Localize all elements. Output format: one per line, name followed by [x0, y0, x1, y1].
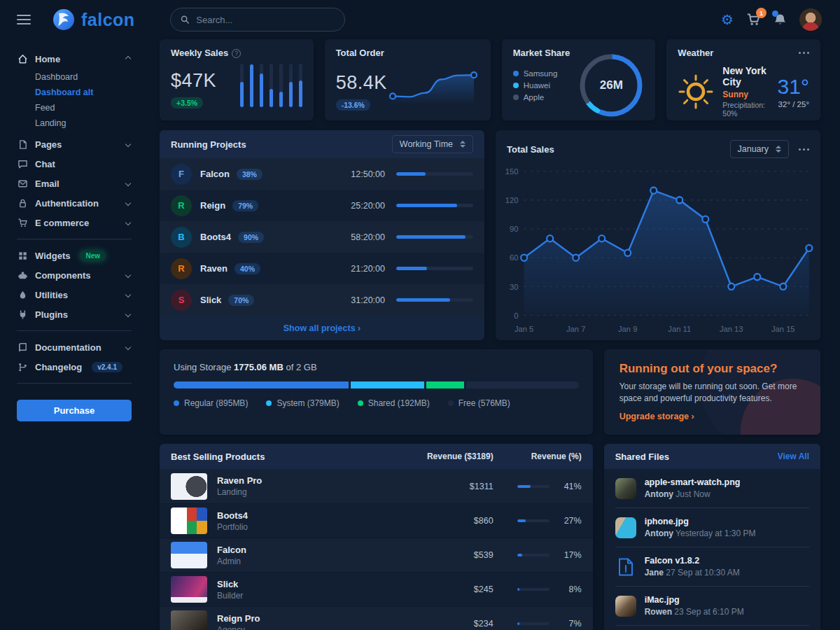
select-value: January: [738, 144, 769, 154]
sidebar-item-ecommerce[interactable]: E commerce: [17, 213, 132, 232]
legend-dot: [513, 94, 519, 100]
svg-text:Jan 5: Jan 5: [514, 324, 533, 332]
hamburger-menu-icon[interactable]: [17, 15, 31, 24]
product-category[interactable]: Builder: [217, 591, 243, 601]
project-row: R Raven40% 21:20:00: [160, 253, 484, 284]
chevron-down-icon: [125, 181, 131, 186]
product-name[interactable]: Slick: [217, 579, 243, 589]
weekly-sales-card: Weekly Sales? $47K +3.5%: [160, 39, 314, 120]
product-name[interactable]: Boots4: [217, 510, 248, 521]
project-time: 12:50:00: [342, 169, 385, 179]
product-category[interactable]: Agency: [217, 625, 260, 630]
gear-icon[interactable]: ⚙: [721, 13, 734, 27]
total-order-badge: -13.6%: [336, 99, 370, 111]
project-name[interactable]: Falcon: [200, 169, 230, 179]
product-percent: 41%: [550, 482, 582, 491]
percent-column-header: Revenue (%): [493, 451, 582, 461]
file-name[interactable]: apple-smart-watch.png: [645, 477, 741, 487]
file-name[interactable]: Falcon v1.8.2: [645, 556, 740, 566]
sidebar-item-pages[interactable]: Pages: [17, 134, 132, 154]
sidebar-item-label: Home: [35, 54, 60, 64]
sidebar-item-widgets[interactable]: Widgets New: [17, 246, 132, 265]
view-all-link[interactable]: View All: [778, 451, 809, 461]
card-menu-icon[interactable]: [799, 49, 809, 57]
show-all-projects-link[interactable]: Show all projects ›: [284, 323, 360, 333]
file-time: 23 Sep at 6:10 PM: [674, 607, 743, 617]
project-row: R Reign79% 25:20:00: [160, 190, 484, 221]
product-thumbnail: [171, 576, 207, 603]
weather-temperature: 31°: [778, 75, 809, 99]
month-select[interactable]: January: [730, 140, 789, 158]
project-name[interactable]: Reign: [200, 200, 225, 211]
sort-arrows-icon: [776, 146, 781, 153]
product-revenue: $539: [388, 550, 493, 560]
file-name[interactable]: iphone.jpg: [645, 517, 756, 526]
brand-logo[interactable]: falcon: [52, 8, 135, 31]
legend-dot: [358, 400, 363, 406]
sidebar-item-label: Widgets: [35, 251, 70, 261]
user-avatar[interactable]: [799, 8, 822, 31]
search-bar[interactable]: [170, 8, 345, 31]
product-thumbnail: [171, 542, 207, 568]
card-title: Weekly Sales: [171, 48, 228, 58]
project-name[interactable]: Boots4: [200, 232, 231, 242]
file-user: Antony: [645, 528, 673, 538]
project-name[interactable]: Slick: [200, 295, 221, 305]
pages-icon: [17, 139, 28, 150]
list-item: Falcon v1.8.2 Jane 27 Sep at 10:30 AM: [615, 547, 809, 587]
project-name[interactable]: Raven: [200, 263, 227, 274]
market-share-card: Market Share Samsung Huawei Apple: [502, 39, 656, 120]
sidebar-item-chat[interactable]: Chat: [17, 154, 132, 174]
navbar-actions: ⚙ 1: [721, 8, 822, 31]
legend-item: Free (576MB): [448, 398, 510, 408]
upgrade-storage-link[interactable]: Upgrade storage ›: [620, 412, 694, 421]
total-order-card: Total Order 58.4K -13.6%: [325, 39, 491, 120]
product-thumbnail: [171, 507, 207, 534]
card-title: Total Order: [336, 48, 384, 58]
product-category[interactable]: Landing: [217, 487, 262, 497]
file-time: 27 Sep at 10:30 AM: [666, 568, 739, 578]
product-percent: 8%: [550, 584, 582, 594]
project-progress-bar: [396, 298, 473, 302]
sidebar-divider: [17, 383, 132, 384]
svg-text:0: 0: [514, 312, 518, 320]
sidebar-item-changelog[interactable]: Changelog v2.4.1: [17, 357, 132, 377]
product-name[interactable]: Raven Pro: [217, 475, 262, 486]
sidebar-item-authentication[interactable]: Authentication: [17, 193, 132, 213]
cart-button[interactable]: 1: [746, 13, 761, 27]
purchase-button[interactable]: Purchase: [17, 400, 132, 421]
product-category[interactable]: Portfolio: [217, 522, 248, 532]
project-percent-badge: 38%: [237, 169, 262, 180]
sidebar-item-dashboard[interactable]: Dashboard: [35, 70, 132, 84]
svg-text:30: 30: [510, 282, 518, 290]
sidebar-item-email[interactable]: Email: [17, 174, 132, 193]
card-menu-icon[interactable]: [799, 146, 809, 153]
sidebar-item-dashboard-alt[interactable]: Dashboard alt: [35, 85, 132, 99]
sidebar-item-utilities[interactable]: Utilities: [17, 285, 132, 304]
product-name[interactable]: Reign Pro: [217, 613, 260, 624]
sidebar-item-plugins[interactable]: Plugins: [17, 304, 132, 324]
project-percent-badge: 40%: [234, 263, 260, 274]
sidebar-item-landing[interactable]: Landing: [35, 116, 132, 130]
chat-icon: [17, 159, 28, 169]
notifications-button[interactable]: [774, 13, 787, 27]
version-badge: v2.4.1: [92, 362, 122, 372]
email-icon: [17, 178, 28, 189]
sidebar-item-feed[interactable]: Feed: [35, 101, 132, 115]
product-name[interactable]: Falcon: [217, 545, 246, 555]
storage-label: Using Storage: [174, 362, 231, 372]
file-name[interactable]: iMac.jpg: [645, 595, 744, 605]
info-icon[interactable]: ?: [232, 49, 241, 58]
product-thumbnail: [171, 610, 207, 630]
sidebar-divider: [17, 239, 132, 239]
project-avatar: R: [171, 195, 192, 216]
search-input[interactable]: [195, 14, 334, 26]
market-share-legend: Samsung Huawei Apple: [513, 69, 558, 102]
working-time-select[interactable]: Working Time: [392, 135, 473, 153]
file-time: Just Now: [676, 489, 710, 499]
sidebar-item-home[interactable]: Home: [17, 49, 132, 69]
sidebar-item-components[interactable]: Components: [17, 265, 132, 285]
product-category[interactable]: Admin: [217, 556, 246, 566]
legend-label: Free (576MB): [458, 398, 510, 408]
sidebar-item-documentation[interactable]: Documentation: [17, 337, 132, 357]
